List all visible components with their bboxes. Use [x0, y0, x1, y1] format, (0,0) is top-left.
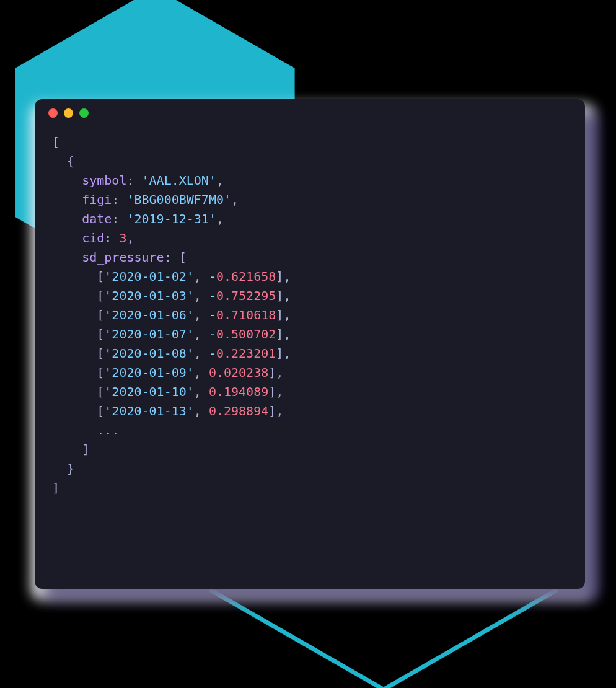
- maximize-icon[interactable]: [79, 108, 89, 118]
- sd-date: '2020-01-08': [104, 346, 194, 361]
- minimize-icon[interactable]: [64, 108, 73, 118]
- sd-val: 0.500702: [216, 327, 276, 342]
- sd-val: 0.223201: [216, 346, 276, 361]
- code-ellipsis: ...: [97, 423, 119, 438]
- code-key-sdpressure: sd_pressure: [82, 250, 164, 265]
- sd-date: '2020-01-06': [104, 307, 194, 322]
- terminal-window: [ { symbol: 'AAL.XLON', figi: 'BBG000BWF…: [35, 99, 585, 589]
- code-key-symbol: symbol: [82, 173, 126, 188]
- sd-val: 0.710618: [216, 307, 276, 322]
- code-value-date: '2019-12-31': [126, 211, 216, 226]
- sd-val: 0.194089: [209, 384, 268, 399]
- sd-date: '2020-01-07': [104, 327, 194, 342]
- sd-val: 0.020238: [209, 365, 268, 380]
- code-output: [ { symbol: 'AAL.XLON', figi: 'BBG000BWF…: [35, 126, 585, 510]
- sd-date: '2020-01-10': [104, 384, 194, 399]
- code-value-figi: 'BBG000BWF7M0': [126, 192, 231, 207]
- code-key-cid: cid: [82, 231, 104, 245]
- code-key-date: date: [82, 211, 112, 226]
- sd-val: 0.752295: [216, 288, 276, 303]
- code-key-figi: figi: [82, 192, 112, 207]
- sd-date: '2020-01-09': [104, 365, 194, 380]
- sd-val: 0.621658: [216, 269, 276, 284]
- window-title-bar: [35, 99, 585, 126]
- sd-date: '2020-01-03': [104, 288, 194, 303]
- code-value-cid: 3: [119, 231, 126, 245]
- close-icon[interactable]: [48, 108, 58, 118]
- sd-date: '2020-01-13': [104, 404, 194, 418]
- code-value-symbol: 'AAL.XLON': [142, 173, 216, 188]
- sd-date: '2020-01-02': [104, 269, 194, 284]
- sd-val: 0.298894: [209, 404, 268, 418]
